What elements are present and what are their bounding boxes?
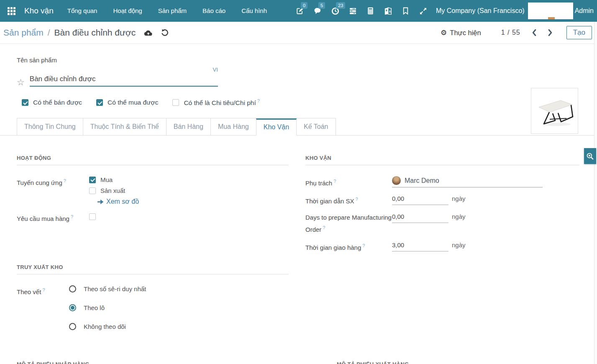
top-navbar: Kho vận Tổng quan Hoạt động Sản phẩm Báo… [0,0,597,22]
activities-button[interactable]: 23 [326,0,344,22]
menu-configuration[interactable]: Cấu hình [233,0,275,22]
routes-widget: Mua Sản xuất Xem sơ đồ [89,176,139,205]
company-switcher[interactable]: My Company (San Francisco) [436,7,525,15]
tab-inventory[interactable]: Kho Vận [256,118,297,136]
notes-count-badge: 0 [301,2,307,9]
tab-attributes-variants[interactable]: Thuộc Tính & Biến Thể [83,118,167,135]
responsible-label: Phụ trách? [305,176,392,188]
undo-icon [161,29,169,36]
delivery-description-section-title: MÔ TẢ PHIẾU XUẤT HÀNG [337,361,581,364]
product-name-input[interactable] [30,75,218,87]
breadcrumb-parent-link[interactable]: Sản phẩm [3,28,44,38]
breadcrumb-current: Bàn điều chỉnh được [54,28,136,38]
operations-section-title: HOẠT ĐỘNG [17,155,289,165]
chevron-left-icon [531,29,537,36]
magnifier-plus-icon [586,152,594,160]
logistics-section-title: KHO VẬN [305,155,579,165]
tab-general-information[interactable]: Thông Tin Chung [17,118,83,135]
fullscreen-button[interactable] [414,0,432,22]
routes-label: Tuyến cung ứng? [17,176,89,187]
responsible-avatar [392,176,401,185]
manuf-lead-time-input[interactable]: 0,00 [392,194,448,205]
tracking-radio-group: Theo số sê-ri duy nhất Theo lô Không the… [69,285,146,342]
menu-operations[interactable]: Hoạt động [105,0,150,22]
tracking-label: Theo vết? [17,285,69,297]
days-to-prepare-mo-unit: ngày [452,212,466,220]
inventory-left-column: HOẠT ĐỘNG Tuyến cung ứng? Mua Sản xuất [17,155,289,342]
expand-icon [420,8,427,15]
svg-text:A: A [389,10,391,13]
tab-purchase[interactable]: Mua Hàng [210,118,256,135]
tracking-none-label: Không theo dõi [84,323,126,330]
tab-accounting[interactable]: Kế Toán [296,118,336,135]
route-manufacture-label: Sản xuất [100,187,125,194]
breadcrumb: Sản phẩm / Bàn điều chỉnh được [3,28,169,38]
can-be-expensed-label: Có thể là Chi tiêu/Chi phí? [184,98,259,107]
bookmark-icon [402,7,409,15]
menu-reporting[interactable]: Báo cáo [195,0,233,22]
translation-lang-badge[interactable]: VI [213,67,218,73]
barcode-terminal-button[interactable] [344,0,361,22]
tab-sales[interactable]: Bán Hàng [166,118,211,135]
messages-count-badge: 5 [318,2,325,9]
receipt-description-section-title: MÔ TẢ PHIẾU NHẬP HÀNG [17,361,320,364]
app-name[interactable]: Kho vận [24,6,54,15]
manuf-lead-time-unit: ngày [452,194,466,202]
inventory-right-column: KHO VẬN Phụ trách? Marc Demo Thời gian d… [305,155,579,342]
pager-counter: 1 / 55 [501,29,520,36]
tracking-serial-radio[interactable] [69,285,76,292]
favorite-star-icon[interactable]: ☆ [17,78,25,87]
menu-products[interactable]: Sản phẩm [150,0,195,22]
translate-button[interactable]: A [379,0,397,22]
help-mark: ? [257,98,260,103]
purchase-request-label: Yêu cầu mua hàng? [17,212,89,223]
pager-next-button[interactable] [548,29,553,36]
route-buy-label: Mua [100,176,113,183]
form-tabs: Thông Tin Chung Thuộc Tính & Biến Thể Bá… [0,118,597,136]
customer-lead-time-label: Thời gian giao hàng? [305,241,392,253]
messages-button[interactable]: 5 [309,0,326,22]
help-mark: ? [356,197,358,202]
help-mark: ? [333,179,336,184]
can-be-expensed-checkbox[interactable] [172,99,179,106]
help-mark: ? [71,214,73,219]
view-diagram-link[interactable]: Xem sơ đồ [97,198,139,205]
notes-button[interactable]: 0 [291,0,309,22]
product-type-toggles: Có thể bán được Có thể mua được Có thể l… [22,98,597,107]
apps-menu-button[interactable] [0,0,23,22]
purchase-request-checkbox[interactable] [89,213,96,220]
save-cloud-button[interactable] [144,30,153,36]
route-manufacture-checkbox[interactable] [89,187,96,194]
vertical-scrollbar[interactable] [594,22,597,364]
breadcrumb-separator: / [48,28,50,38]
discard-button[interactable] [161,29,169,36]
responsible-value: Marc Demo [405,177,439,185]
redacted-user-block [528,3,573,19]
gear-icon: ⚙ [441,28,447,37]
responsible-field[interactable]: Marc Demo [392,176,543,187]
user-menu[interactable]: Admin [575,7,594,15]
control-panel: Sản phẩm / Bàn điều chỉnh được ⚙ Thực hi… [0,22,597,44]
chevron-right-icon [548,29,553,36]
pager-previous-button[interactable] [531,29,537,36]
tracking-lots-radio[interactable] [69,304,76,311]
customer-lead-time-input[interactable]: 3,00 [392,241,448,251]
menu-overview[interactable]: Tổng quan [59,0,105,22]
customer-lead-time-unit: ngày [452,241,466,249]
manuf-lead-time-label: Thời gian dẫn SX? [305,194,392,206]
create-button[interactable]: Tạo [566,26,592,39]
can-be-sold-checkbox[interactable] [22,99,28,106]
route-buy-checkbox[interactable] [89,177,96,183]
can-be-purchased-checkbox[interactable] [96,99,103,106]
calculator-button[interactable] [361,0,379,22]
help-mark: ? [64,178,66,183]
days-to-prepare-mo-input[interactable]: 0,00 [392,212,448,223]
action-menu-button[interactable]: ⚙ Thực hiện [441,28,481,37]
can-be-purchased-label: Có thể mua được [108,99,158,106]
arrow-right-icon [97,199,104,205]
product-image[interactable] [531,88,578,134]
server-list-icon [349,8,357,15]
zoom-in-fab-button[interactable] [584,148,596,164]
bookmark-button[interactable] [397,0,414,22]
tracking-none-radio[interactable] [69,323,76,330]
